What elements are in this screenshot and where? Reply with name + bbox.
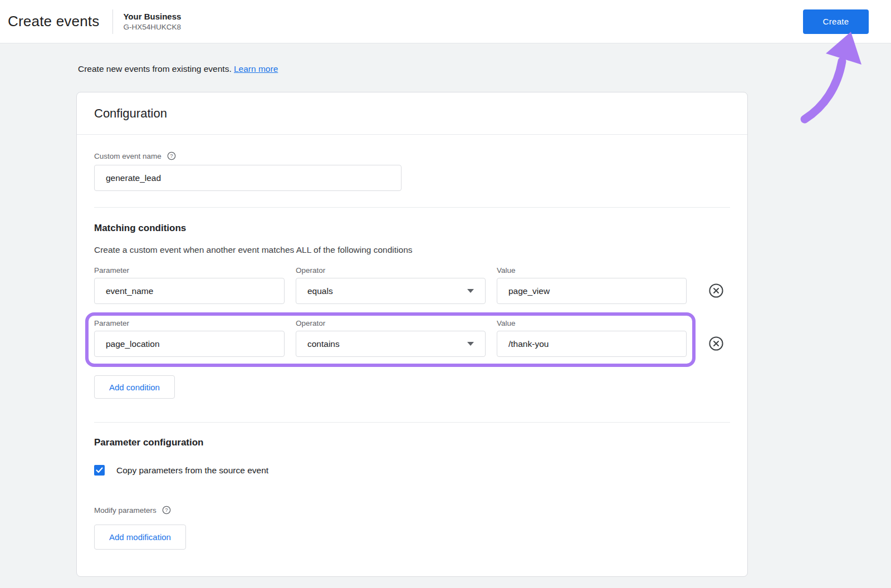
value-input[interactable]	[497, 278, 687, 304]
parameter-label: Parameter	[94, 266, 285, 275]
svg-text:?: ?	[170, 153, 173, 159]
intro-sentence: Create new events from existing events.	[78, 64, 232, 74]
section-divider	[94, 422, 730, 423]
condition-2-fields: Parameter Operator contains Value	[94, 319, 687, 357]
condition-row-1: Parameter Operator equals Value	[94, 266, 730, 304]
add-condition-button[interactable]: Add condition	[94, 375, 175, 399]
remove-condition-button[interactable]	[708, 336, 724, 351]
condition-1-operator-field: Operator equals	[296, 266, 486, 304]
configuration-title: Configuration	[94, 106, 730, 121]
add-modification-button[interactable]: Add modification	[94, 525, 186, 550]
remove-condition-button[interactable]	[708, 283, 724, 298]
copy-parameters-checkbox[interactable]	[94, 465, 105, 476]
create-button[interactable]: Create	[803, 9, 869, 34]
help-icon[interactable]: ?	[167, 151, 176, 160]
top-header-bar: Create events Your Business G-HX54HUKCK8…	[0, 0, 891, 43]
condition-1-fields: Parameter Operator equals Value	[94, 266, 687, 304]
condition-1-parameter-field: Parameter	[94, 266, 285, 304]
modify-parameters-label: Modify parameters ?	[94, 506, 730, 514]
operator-label: Operator	[296, 266, 486, 275]
configuration-card: Configuration Custom event name ? Matchi…	[76, 92, 748, 577]
page-title: Create events	[8, 13, 99, 30]
custom-event-name-text: Custom event name	[94, 152, 161, 160]
custom-event-name-input[interactable]	[94, 165, 402, 191]
condition-2-value-field: Value	[497, 319, 687, 357]
operator-selected-value: contains	[307, 339, 340, 349]
value-label: Value	[497, 319, 687, 327]
parameter-input[interactable]	[94, 331, 285, 357]
parameter-input[interactable]	[94, 278, 285, 304]
copy-parameters-row: Copy parameters from the source event	[94, 465, 730, 476]
custom-event-name-label: Custom event name ?	[94, 151, 730, 160]
learn-more-link[interactable]: Learn more	[234, 64, 278, 74]
property-name: Your Business	[123, 12, 181, 21]
matching-conditions-description: Create a custom event when another event…	[94, 245, 730, 255]
section-divider	[94, 207, 730, 208]
value-input[interactable]	[497, 331, 687, 357]
condition-2-parameter-field: Parameter	[94, 319, 285, 357]
condition-2-operator-field: Operator contains	[296, 319, 486, 357]
header-divider	[112, 9, 113, 34]
parameter-configuration-title: Parameter configuration	[94, 437, 730, 448]
property-id: G-HX54HUKCK8	[123, 23, 181, 31]
svg-text:?: ?	[165, 507, 168, 513]
operator-select[interactable]: equals	[296, 278, 486, 304]
highlight-annotation-box: Parameter Operator contains Value	[85, 312, 696, 367]
main-content: Create new events from existing events. …	[0, 43, 891, 577]
condition-1-value-field: Value	[497, 266, 687, 304]
modify-parameters-text: Modify parameters	[94, 506, 156, 514]
value-label: Value	[497, 266, 687, 275]
condition-row-2: Parameter Operator contains Value	[94, 312, 730, 367]
operator-selected-value: equals	[307, 286, 333, 296]
intro-text: Create new events from existing events. …	[76, 64, 891, 74]
property-info: Your Business G-HX54HUKCK8	[123, 12, 181, 31]
matching-conditions-title: Matching conditions	[94, 223, 730, 234]
configuration-card-body: Custom event name ? Matching conditions …	[77, 151, 747, 576]
copy-parameters-label: Copy parameters from the source event	[116, 465, 268, 476]
configuration-card-header: Configuration	[77, 92, 747, 135]
dropdown-arrow-icon	[467, 342, 474, 346]
parameter-label: Parameter	[94, 319, 285, 327]
help-icon[interactable]: ?	[162, 506, 171, 514]
operator-label: Operator	[296, 319, 486, 327]
operator-select[interactable]: contains	[296, 331, 486, 357]
dropdown-arrow-icon	[467, 289, 474, 293]
